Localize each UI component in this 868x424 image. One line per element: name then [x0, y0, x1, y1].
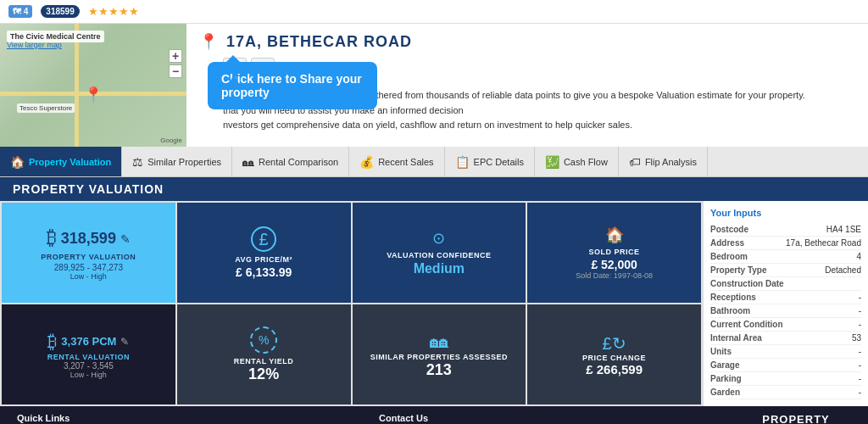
map-pin: 📍	[84, 86, 103, 104]
input-key: Construction Date	[710, 279, 784, 288]
valuation-confidence-label: VALUATION CONFIDENCE	[387, 251, 491, 259]
property-valuation-range: 289,925 - 347,273	[54, 263, 123, 272]
rental-valuation-edit-icon[interactable]: ✎	[120, 336, 129, 348]
input-row: Receptions-	[710, 291, 861, 304]
rental-yield-label: RENTAL YIELD	[234, 357, 294, 365]
google-label: Google	[160, 137, 182, 144]
map-count: 4	[24, 7, 29, 16]
input-row: Bathroom-	[710, 304, 861, 318]
tab-cash-flow[interactable]: 💹 Cash Flow	[535, 147, 619, 176]
input-key: Garden	[710, 388, 740, 397]
input-key: Units	[710, 347, 732, 356]
map-header-section: The Civic Medical Centre View larger map…	[0, 24, 868, 147]
sold-price-date: Sold Date: 1997-08-08	[576, 271, 653, 280]
tab-recent-sales[interactable]: 💰 Recent Sales	[349, 147, 444, 176]
input-row: Bedroom4	[710, 250, 861, 264]
rental-valuation-icon: ₿	[47, 331, 57, 353]
similar-assessed-value: 213	[426, 361, 452, 379]
tooltip-arrow: ▲	[225, 68, 243, 90]
tab-property-valuation[interactable]: 🏠 Property Valuation	[0, 147, 122, 176]
top-bar: 🗺 4 318599 ★★★★★	[0, 0, 868, 24]
map-zoom-controls: + −	[169, 49, 182, 78]
map-image: The Civic Medical Centre View larger map…	[0, 24, 186, 147]
tab-recent-sales-label: Recent Sales	[378, 157, 433, 167]
input-row: Garage-	[710, 359, 861, 372]
quick-links-title: Quick Links	[17, 413, 353, 423]
metrics-inputs-row: ₿ 318,599 ✎ PROPERTY VALUATION 289,925 -…	[0, 201, 868, 406]
property-valuation-edit-icon[interactable]: ✎	[120, 232, 131, 246]
map-icon: 🗺 4	[8, 5, 32, 18]
tab-similar-properties[interactable]: ⚖ Similar Properties	[122, 147, 232, 176]
input-row: Parking-	[710, 372, 861, 386]
metric-rental-valuation: ₿ 3,376 PCM ✎ RENTAL VALUATION 3,207 - 3…	[2, 304, 175, 404]
tab-flip-analysis[interactable]: 🏷 Flip Analysis	[619, 147, 708, 176]
metric-sold-price: 🏠 SOLD PRICE £ 52,000 Sold Date: 1997-08…	[527, 203, 701, 303]
metric-property-valuation: ₿ 318,599 ✎ PROPERTY VALUATION 289,925 -…	[2, 203, 175, 303]
header-content: 📍 17A, BETHECAR ROAD ⇌ 🖨 ▲ Chick here to…	[186, 24, 868, 147]
input-key: Postcode	[710, 225, 748, 234]
star-rating: ★★★★★	[88, 5, 139, 18]
nav-tabs: 🏠 Property Valuation ⚖ Similar Propertie…	[0, 147, 868, 177]
tab-flip-analysis-label: Flip Analysis	[645, 157, 697, 167]
section-title: PROPERTY VALUATION	[0, 177, 868, 201]
input-key: Receptions	[710, 293, 756, 302]
input-val: -	[859, 293, 861, 302]
input-key: Address	[710, 238, 744, 248]
sold-price-label: SOLD PRICE	[589, 248, 640, 256]
tab-rental-comparison[interactable]: 🏘 Rental Comparison	[232, 147, 349, 176]
your-inputs-panel: Your Inputs PostcodeHA4 1SEAddress17a, B…	[703, 201, 868, 406]
flip-analysis-icon: 🏷	[629, 155, 641, 169]
address-row: 📍 17A, BETHECAR ROAD	[199, 32, 855, 51]
address-title: 17A, BETHECAR ROAD	[226, 33, 412, 51]
price-change-icon: £↻	[603, 333, 626, 354]
tab-epc-details[interactable]: 📋 EPC Details	[445, 147, 535, 176]
valuation-confidence-value: Medium	[414, 261, 465, 276]
sold-price-value: £ 52,000	[591, 258, 637, 271]
input-val: -	[859, 388, 861, 397]
inputs-title: Your Inputs	[710, 208, 861, 218]
zoom-in-button[interactable]: +	[169, 49, 182, 63]
property-valuation-value: 318,599	[61, 230, 116, 248]
input-key: Property Type	[710, 265, 767, 275]
similar-assessed-label: SIMILAR PROPERTIES ASSESSED	[370, 353, 508, 361]
avg-price-label: AVG PRICE/M²	[235, 255, 292, 264]
property-valuation-metric-icon: ₿	[47, 226, 57, 249]
input-key: Current Condition	[710, 320, 783, 329]
input-row: Address17a, Bethecar Road	[710, 237, 861, 250]
input-val: Detached	[825, 265, 861, 275]
input-row: Current Condition-	[710, 318, 861, 332]
input-row: Construction Date	[710, 277, 861, 291]
tab-rental-comparison-label: Rental Comparison	[259, 157, 338, 167]
tab-epc-details-label: EPC Details	[474, 157, 524, 167]
input-val: -	[859, 306, 861, 315]
sold-price-icon: 🏠	[605, 226, 624, 244]
rental-valuation-range-label: Low - High	[70, 371, 107, 379]
input-key: Garage	[710, 360, 739, 370]
contact-title: Contact Us	[379, 413, 715, 423]
input-row: Units-	[710, 345, 861, 359]
score-badge: 318599	[41, 5, 79, 18]
input-row: PostcodeHA4 1SE	[710, 223, 861, 237]
metric-valuation-confidence: ⊙ VALUATION CONFIDENCE Medium	[353, 203, 526, 303]
rental-pcm-value: 3,376 PCM	[61, 335, 116, 348]
input-val: HA4 1SE	[826, 225, 861, 234]
brand-logo: PROPERTY DEALS INSIGHT	[741, 413, 851, 424]
input-key: Internal Area	[710, 333, 762, 343]
tab-cash-flow-label: Cash Flow	[564, 157, 608, 167]
input-key: Bedroom	[710, 252, 748, 261]
zoom-out-button[interactable]: −	[169, 64, 182, 78]
input-val: 17a, Bethecar Road	[786, 238, 861, 248]
price-change-value: £ 266,599	[586, 362, 643, 377]
inputs-rows: PostcodeHA4 1SEAddress17a, Bethecar Road…	[710, 223, 861, 399]
location-icon: 📍	[199, 32, 218, 51]
metrics-grid: ₿ 318,599 ✎ PROPERTY VALUATION 289,925 -…	[0, 201, 703, 406]
property-valuation-label: PROPERTY VALUATION	[41, 253, 136, 261]
similar-properties-icon: ⚖	[132, 155, 143, 169]
rental-yield-value: 12%	[248, 365, 279, 383]
map-sublabel[interactable]: View larger map	[7, 41, 62, 49]
epc-details-icon: 📋	[455, 155, 470, 169]
rental-yield-icon: %	[250, 326, 277, 354]
input-val: -	[859, 360, 861, 370]
tab-similar-properties-label: Similar Properties	[147, 157, 221, 167]
metric-rental-yield: % RENTAL YIELD 12%	[177, 304, 351, 404]
